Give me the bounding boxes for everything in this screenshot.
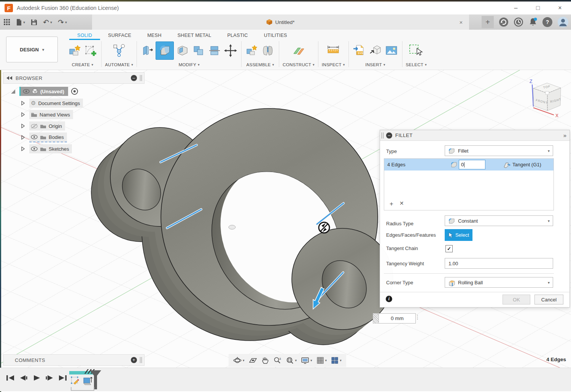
redo-caret-icon[interactable]: ▾ bbox=[65, 20, 67, 24]
fillet-dialog-header[interactable]: – FILLET » bbox=[380, 130, 569, 141]
pan-button[interactable] bbox=[261, 357, 269, 364]
redo-button[interactable]: ↷▾ bbox=[58, 18, 67, 27]
browser-row-document-settings[interactable]: ⚙ Document Settings bbox=[21, 99, 83, 108]
viewcube[interactable]: TOP FRONT RIGHT Z X bbox=[522, 73, 571, 120]
activate-component-radio[interactable] bbox=[71, 88, 78, 95]
orbit-caret-icon[interactable]: ▾ bbox=[243, 359, 245, 362]
radius-value-input[interactable]: 0 mm bbox=[379, 313, 416, 323]
remove-selection-icon[interactable]: ✕ bbox=[399, 200, 404, 208]
panel-collapse-badge-icon[interactable]: – bbox=[131, 75, 137, 81]
browser-header[interactable]: BROWSER – bbox=[3, 72, 145, 84]
workspace-selector[interactable]: DESIGN▾ bbox=[6, 37, 58, 62]
collapse-panel-icon[interactable] bbox=[6, 76, 13, 80]
go-to-beginning-button[interactable] bbox=[6, 375, 14, 381]
info-icon[interactable]: i bbox=[386, 296, 392, 302]
type-dropdown[interactable]: Fillet ▾ bbox=[445, 145, 553, 156]
orbit-button[interactable]: ▾ bbox=[233, 357, 245, 364]
job-status-icon[interactable] bbox=[499, 17, 509, 27]
tab-surface[interactable]: SURFACE bbox=[100, 32, 139, 40]
floater-drag-handle[interactable] bbox=[373, 313, 379, 323]
assemble-group-label[interactable]: ASSEMBLE▾ bbox=[246, 62, 274, 67]
expander-icon[interactable] bbox=[21, 101, 25, 105]
assemble-new-component-icon[interactable] bbox=[245, 43, 259, 58]
tab-solid[interactable]: SOLID bbox=[69, 32, 100, 40]
visibility-eye-icon[interactable] bbox=[31, 135, 38, 139]
floater-menu-icon[interactable]: ⋮ bbox=[415, 314, 420, 320]
dialog-grip[interactable] bbox=[382, 132, 383, 139]
zoom-window-button[interactable]: ▾ bbox=[286, 357, 297, 364]
file-menu-caret-icon[interactable]: ▾ bbox=[23, 20, 25, 24]
tab-sheet-metal[interactable]: SHEET METAL bbox=[169, 32, 219, 40]
visibility-off-eye-icon[interactable] bbox=[31, 124, 38, 129]
comments-header[interactable]: COMMENTS + bbox=[3, 354, 145, 366]
undo-button[interactable]: ↶▾ bbox=[43, 18, 52, 27]
panel-grip[interactable] bbox=[140, 75, 142, 81]
split-body-icon[interactable] bbox=[207, 43, 222, 58]
continuity-value[interactable]: Tangent (G1) bbox=[512, 162, 541, 167]
select-group-label[interactable]: SELECT▾ bbox=[406, 62, 427, 67]
inspect-group-label[interactable]: INSPECT▾ bbox=[322, 62, 345, 67]
corner-type-dropdown[interactable]: Rolling Ball ▾ bbox=[445, 277, 553, 288]
look-at-button[interactable] bbox=[249, 357, 257, 364]
step-back-button[interactable] bbox=[19, 375, 28, 381]
tab-plastic[interactable]: PLASTIC bbox=[219, 32, 256, 40]
viewports-caret-icon[interactable]: ▾ bbox=[340, 359, 342, 362]
insert-derive-icon[interactable] bbox=[368, 43, 383, 58]
combine-icon[interactable] bbox=[191, 43, 206, 58]
cancel-button[interactable]: Cancel bbox=[534, 295, 563, 304]
measure-icon[interactable] bbox=[326, 43, 341, 58]
press-pull-icon[interactable] bbox=[140, 43, 154, 58]
edges-select-button[interactable]: Select bbox=[445, 229, 472, 241]
timeline-sketch-feature[interactable] bbox=[70, 376, 81, 387]
add-selection-icon[interactable]: + bbox=[390, 200, 393, 208]
insert-svg-icon[interactable]: SVG bbox=[352, 43, 367, 58]
recent-activity-icon[interactable] bbox=[514, 17, 523, 27]
file-menu-button[interactable]: ▾ bbox=[16, 19, 25, 26]
tangency-weight-input[interactable]: 1.00 bbox=[445, 258, 553, 269]
radius-type-dropdown[interactable]: Constant ▾ bbox=[445, 215, 553, 226]
comments-grip[interactable] bbox=[140, 357, 142, 363]
minimize-button[interactable]: – bbox=[505, 2, 527, 14]
expander-icon[interactable] bbox=[21, 124, 25, 128]
new-tab-button[interactable]: + bbox=[482, 16, 494, 28]
user-avatar[interactable] bbox=[557, 16, 569, 28]
move-copy-icon[interactable] bbox=[223, 43, 238, 58]
construct-plane-icon[interactable] bbox=[291, 43, 306, 58]
display-caret-icon[interactable]: ▾ bbox=[310, 359, 312, 362]
play-button[interactable] bbox=[33, 375, 40, 381]
undo-caret-icon[interactable]: ▾ bbox=[50, 20, 52, 24]
close-button[interactable]: × bbox=[549, 2, 571, 14]
create-sketch-icon[interactable] bbox=[83, 43, 98, 58]
modify-group-label[interactable]: MODIFY▾ bbox=[178, 62, 199, 67]
maximize-button[interactable]: □ bbox=[527, 2, 549, 14]
visibility-eye-icon[interactable] bbox=[23, 89, 30, 94]
document-tab[interactable]: Untitled* bbox=[266, 19, 294, 25]
tangent-chain-checkbox[interactable]: ✓ bbox=[445, 245, 453, 252]
fillet-radius-input[interactable]: 0 bbox=[459, 160, 485, 169]
browser-row-origin[interactable]: Origin bbox=[21, 121, 65, 131]
expander-icon[interactable] bbox=[21, 135, 25, 140]
grid-snap-button[interactable]: ▾ bbox=[317, 357, 327, 364]
fillet-selection-row[interactable]: 4 Edges 0 Tangent (G1) bbox=[384, 159, 554, 171]
help-icon[interactable]: ? bbox=[542, 17, 552, 27]
model-front-faces[interactable] bbox=[110, 108, 393, 333]
browser-row-named-views[interactable]: Named Views bbox=[21, 110, 73, 119]
insert-group-label[interactable]: INSERT▾ bbox=[365, 62, 385, 67]
dialog-collapse-badge-icon[interactable]: – bbox=[386, 132, 392, 139]
ok-button[interactable]: OK bbox=[503, 295, 530, 304]
radius-handle-icon[interactable] bbox=[319, 222, 329, 233]
step-forward-button[interactable] bbox=[45, 375, 54, 381]
visibility-eye-icon[interactable] bbox=[31, 147, 38, 151]
root-expander-icon[interactable] bbox=[11, 89, 16, 94]
automate-group-label[interactable]: AUTOMATE▾ bbox=[105, 62, 133, 67]
fillet-selection-list[interactable]: 4 Edges 0 Tangent (G1) + ✕ bbox=[384, 158, 554, 210]
tab-utilities[interactable]: UTILITIES bbox=[256, 32, 295, 40]
origin-marker[interactable] bbox=[229, 225, 235, 229]
construct-group-label[interactable]: CONSTRUCT▾ bbox=[283, 62, 315, 67]
shell-icon[interactable] bbox=[175, 43, 190, 58]
insert-canvas-icon[interactable] bbox=[384, 43, 399, 58]
timeline-playhead[interactable] bbox=[89, 370, 102, 389]
dialog-expand-icon[interactable]: » bbox=[563, 132, 566, 139]
browser-root-row[interactable]: (Unsaved) bbox=[11, 87, 78, 96]
new-component-icon[interactable] bbox=[67, 43, 82, 58]
